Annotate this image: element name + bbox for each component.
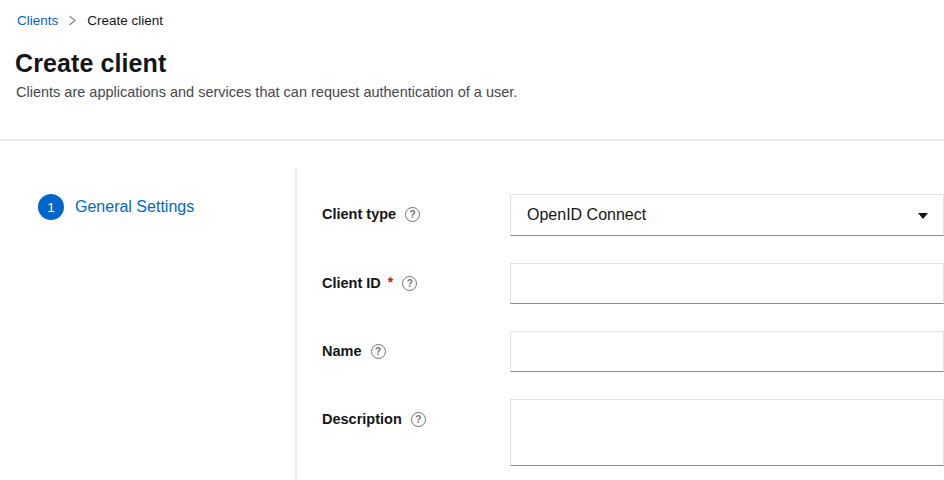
step-number-badge: 1 [38, 194, 64, 220]
angle-right-icon [68, 15, 77, 26]
wizard-nav: 1 General Settings [0, 141, 297, 480]
client-type-selected-value: OpenID Connect [527, 206, 646, 224]
create-client-page: Clients Create client Create client Clie… [0, 0, 944, 480]
client-type-label: Client type ? [322, 194, 510, 222]
client-id-input[interactable] [510, 263, 944, 304]
name-control [510, 331, 944, 372]
caret-down-icon [918, 213, 928, 219]
page-title: Create client [15, 49, 944, 78]
client-type-select[interactable]: OpenID Connect [510, 194, 944, 236]
client-id-control [510, 263, 944, 304]
name-label: Name ? [322, 331, 510, 359]
wizard-step-general-settings[interactable]: 1 General Settings [38, 194, 297, 220]
page-header: Clients Create client Create client Clie… [0, 0, 944, 141]
vertical-divider [295, 168, 297, 480]
form-row-client-type: Client type ? OpenID Connect [322, 194, 944, 236]
description-control [510, 399, 944, 470]
form-row-name: Name ? [322, 331, 944, 372]
breadcrumb: Clients Create client [0, 0, 944, 28]
required-indicator: * [388, 274, 393, 290]
question-circle-icon[interactable]: ? [411, 412, 426, 427]
wizard-content: 1 General Settings Client type ? OpenID … [0, 141, 944, 480]
name-label-text: Name [322, 343, 362, 359]
description-textarea[interactable] [510, 399, 944, 466]
question-circle-icon[interactable]: ? [371, 344, 386, 359]
question-circle-icon[interactable]: ? [402, 276, 417, 291]
description-label-text: Description [322, 411, 402, 427]
form-row-client-id: Client ID * ? [322, 263, 944, 304]
page-subtitle: Clients are applications and services th… [16, 84, 944, 100]
client-type-label-text: Client type [322, 206, 396, 222]
client-id-label: Client ID * ? [322, 263, 510, 291]
breadcrumb-current: Create client [87, 13, 163, 28]
breadcrumb-link-clients[interactable]: Clients [17, 13, 58, 28]
description-label: Description ? [322, 399, 510, 427]
general-settings-form: Client type ? OpenID Connect Client ID *… [297, 141, 944, 480]
client-type-control: OpenID Connect [510, 194, 944, 236]
client-id-label-text: Client ID [322, 275, 381, 291]
name-input[interactable] [510, 331, 944, 372]
form-row-description: Description ? [322, 399, 944, 470]
step-label: General Settings [75, 198, 194, 216]
question-circle-icon[interactable]: ? [405, 207, 420, 222]
